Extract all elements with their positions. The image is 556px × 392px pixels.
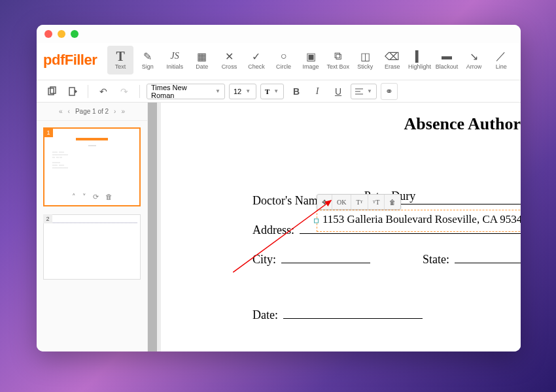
divider: [88, 85, 88, 98]
tool-label: Line: [496, 63, 507, 70]
thumb-number: 1: [44, 128, 53, 137]
thumbnails-list: 1 ━━━━━━ ━━━━ ━━━━━━━━━━━━━━━━━━ ━━ ━━━━…: [37, 121, 147, 351]
app-logo: pdfFiller: [43, 52, 97, 69]
format-toolbar: ↶ ↷ Times New Roman▼ 12▼ T▼ B I U ▼ ⚭: [37, 80, 521, 103]
font-value: Times New Roman: [151, 84, 211, 99]
text-icon: T: [114, 50, 127, 62]
tool-arrow[interactable]: ↘Arrow: [461, 46, 487, 74]
redo-button[interactable]: ↷: [116, 83, 133, 100]
tool-text-box[interactable]: ⧉Text Box: [325, 46, 351, 74]
titlebar: [37, 25, 521, 43]
tool-check[interactable]: ✓Check: [243, 46, 269, 74]
tool-blackout[interactable]: ▬Blackout: [434, 46, 460, 74]
tool-label: Sticky: [357, 63, 373, 70]
state-line[interactable]: [455, 250, 521, 263]
tool-erase[interactable]: ⌫Erase: [379, 46, 406, 74]
initials-icon: JS: [168, 50, 181, 62]
state-label: State:: [423, 253, 449, 267]
link-button[interactable]: ⚭: [381, 83, 398, 100]
copy-button[interactable]: [43, 83, 60, 100]
document-page[interactable]: Absence Author Doctor's Name: Peter Dury…: [161, 103, 521, 351]
thumbnail-1[interactable]: 1 ━━━━━━ ━━━━ ━━━━━━━━━━━━━━━━━━ ━━ ━━━━…: [43, 127, 141, 206]
text-style-select[interactable]: T▼: [260, 84, 284, 99]
increase-text-icon[interactable]: TT: [351, 195, 368, 209]
minimize-window-button[interactable]: [58, 30, 65, 38]
export-button[interactable]: [64, 83, 81, 100]
tool-sticky[interactable]: ◫Sticky: [352, 46, 378, 74]
underline-button[interactable]: U: [330, 83, 347, 100]
tool-line[interactable]: ／Line: [488, 46, 514, 74]
tool-label: Date: [196, 63, 208, 70]
page-navigation: « ‹ Page 1 of 2 › »: [37, 103, 147, 121]
check-icon: ✓: [250, 50, 263, 62]
italic-button[interactable]: I: [309, 83, 326, 100]
decrease-text-icon[interactable]: TT: [368, 195, 385, 209]
move-icon[interactable]: ✥: [317, 195, 332, 209]
size-select[interactable]: 12▼: [229, 84, 256, 99]
resize-handle-left[interactable]: [314, 219, 319, 223]
maximize-window-button[interactable]: [71, 30, 78, 38]
tool-sign[interactable]: ✎Sign: [135, 46, 161, 74]
tool-label: Highlight: [408, 63, 431, 70]
undo-button[interactable]: ↶: [95, 83, 112, 100]
document-viewport[interactable]: Absence Author Doctor's Name: Peter Dury…: [148, 103, 521, 351]
state-field: State:: [423, 250, 521, 267]
date-field: Date:: [252, 306, 423, 322]
circle-icon: ○: [277, 50, 290, 62]
bold-button[interactable]: B: [288, 83, 305, 100]
doctor-name-label: Doctor's Name:: [252, 194, 326, 208]
chevron-down-icon: ▼: [273, 88, 279, 94]
line-icon: ／: [495, 50, 508, 62]
rotate-button[interactable]: ⟳: [93, 193, 99, 201]
delete-text-icon[interactable]: 🗑: [385, 195, 400, 209]
tool-label: Check: [248, 63, 265, 70]
cross-icon: ✕: [222, 50, 235, 62]
arrow-icon: ↘: [468, 50, 481, 62]
move-up-button[interactable]: ˄: [72, 193, 76, 201]
thumb-controls: ˄ ˅ ⟳ 🗑: [47, 190, 137, 203]
divider: [139, 85, 140, 98]
tool-highlight[interactable]: ▍Highlight: [407, 46, 433, 74]
text-box-content: 1153 Galleria Boulevard Roseville, CA 95…: [322, 213, 521, 225]
ok-button[interactable]: OK: [332, 195, 351, 209]
next-page-button[interactable]: ›: [114, 108, 116, 115]
page-indicator: Page 1 of 2: [75, 108, 109, 115]
city-field: City:: [252, 250, 370, 267]
first-page-button[interactable]: «: [59, 108, 63, 115]
text box-icon: ⧉: [332, 50, 345, 62]
delete-page-button[interactable]: 🗑: [105, 193, 113, 201]
thumb-number: 2: [43, 214, 52, 223]
sticky-icon: ◫: [358, 50, 372, 62]
chevron-down-icon: ▼: [367, 88, 372, 94]
tool-cross[interactable]: ✕Cross: [217, 46, 243, 74]
tool-circle[interactable]: ○Circle: [271, 46, 297, 74]
tool-text[interactable]: TText: [107, 46, 133, 74]
city-line[interactable]: [281, 250, 370, 263]
move-down-button[interactable]: ˅: [82, 193, 86, 201]
date-icon: ▦: [196, 50, 209, 62]
tool-label: Circle: [276, 63, 291, 70]
tool-image[interactable]: ▣Image: [298, 46, 324, 74]
align-select[interactable]: ▼: [351, 84, 377, 99]
prev-page-button[interactable]: ‹: [68, 108, 70, 115]
active-text-box[interactable]: 1153 Galleria Boulevard Roseville, CA 95…: [317, 210, 521, 232]
highlight-icon: ▍: [413, 50, 426, 62]
thumbnail-2[interactable]: 2 ━━━━━━━━━━━━━━━━━━━━━━━━━━━━━━━━━━━━━━…: [43, 214, 141, 280]
close-window-button[interactable]: [44, 30, 52, 38]
sign-icon: ✎: [141, 50, 154, 62]
tool-label: Text: [115, 63, 126, 70]
date-line[interactable]: [283, 306, 423, 319]
document-title: Absence Author: [404, 114, 521, 134]
tool-date[interactable]: ▦Date: [189, 46, 215, 74]
main-toolbar: pdfFiller TText✎SignJSInitials▦Date✕Cros…: [37, 43, 521, 80]
blackout-icon: ▬: [440, 50, 453, 62]
tool-label: Blackout: [436, 63, 459, 70]
font-select[interactable]: Times New Roman▼: [147, 84, 225, 99]
erase-icon: ⌫: [386, 50, 399, 62]
tool-initials[interactable]: JSInitials: [162, 46, 188, 74]
address-label: Address:: [252, 223, 294, 237]
tool-label: Arrow: [466, 63, 482, 70]
image-icon: ▣: [304, 50, 317, 62]
last-page-button[interactable]: »: [121, 108, 125, 115]
date-label: Date:: [252, 308, 278, 322]
